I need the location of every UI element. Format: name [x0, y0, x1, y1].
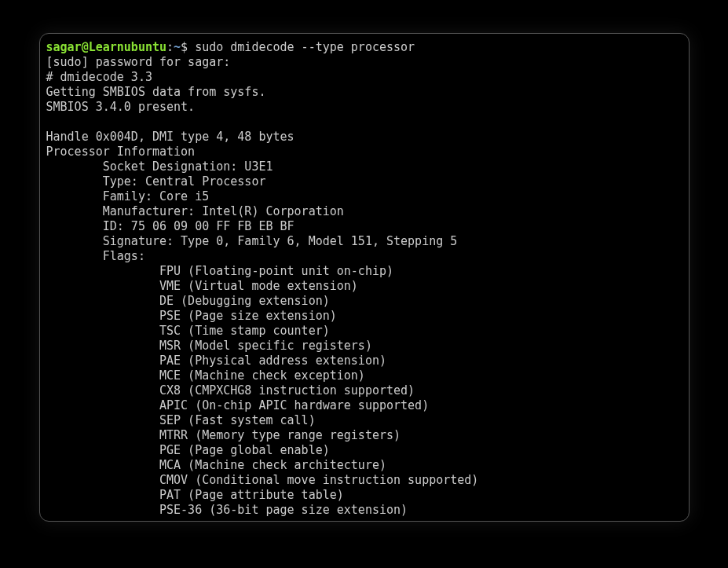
output-line-flag-pse: PSE (Page size extension) — [46, 309, 337, 323]
prompt-path: ~ — [174, 40, 181, 54]
output-line-signature: Signature: Type 0, Family 6, Model 151, … — [46, 234, 458, 248]
output-line-flag-mca: MCA (Machine check architecture) — [46, 458, 386, 472]
output-line-section-header: Processor Information — [46, 145, 196, 159]
output-line-sudo: [sudo] password for sagar: — [46, 55, 231, 69]
command-text: sudo dmidecode --type processor — [188, 40, 415, 54]
output-line-flag-vme: VME (Virtual mode extension) — [46, 279, 358, 293]
output-line-type: Type: Central Processor — [46, 174, 266, 189]
output-line-flag-pae: PAE (Physical address extension) — [46, 354, 386, 368]
output-line-flag-mtrr: MTRR (Memory type range registers) — [46, 428, 401, 442]
output-line-flag-apic: APIC (On-chip APIC hardware supported) — [46, 398, 430, 412]
output-line-flag-pat: PAT (Page attribute table) — [46, 488, 344, 502]
output-line-handle: Handle 0x004D, DMI type 4, 48 bytes — [46, 130, 294, 144]
output-line-flag-msr: MSR (Model specific registers) — [46, 339, 372, 353]
output-line-id: ID: 75 06 09 00 FF FB EB BF — [46, 219, 294, 233]
prompt-separator: : — [166, 40, 174, 54]
terminal-content[interactable]: sagar@Learnubuntu:~$ sudo dmidecode --ty… — [46, 40, 682, 518]
output-line-socket: Socket Designation: U3E1 — [46, 159, 273, 174]
prompt-symbol: $ — [181, 40, 188, 54]
output-line-smbios-source: Getting SMBIOS data from sysfs. — [46, 85, 266, 99]
output-line-manufacturer: Manufacturer: Intel(R) Corporation — [46, 204, 344, 218]
output-line-flag-fpu: FPU (Floating-point unit on-chip) — [46, 264, 394, 278]
output-line-flags-header: Flags: — [46, 249, 145, 263]
output-line-flag-mce: MCE (Machine check exception) — [46, 368, 365, 383]
output-line-flag-de: DE (Debugging extension) — [46, 294, 330, 308]
output-line-flag-tsc: TSC (Time stamp counter) — [46, 324, 330, 338]
prompt-user-host: sagar@Learnubuntu — [46, 40, 167, 54]
output-line-flag-pge: PGE (Page global enable) — [46, 443, 330, 457]
output-line-smbios-version: SMBIOS 3.4.0 present. — [46, 100, 196, 114]
terminal-window[interactable]: sagar@Learnubuntu:~$ sudo dmidecode --ty… — [39, 33, 690, 522]
output-line-version: # dmidecode 3.3 — [46, 70, 152, 84]
output-line-flag-pse36: PSE-36 (36-bit page size extension) — [46, 503, 408, 517]
output-line-flag-cmov: CMOV (Conditional move instruction suppo… — [46, 473, 479, 487]
output-line-flag-cx8: CX8 (CMPXCHG8 instruction supported) — [46, 383, 415, 398]
output-line-family: Family: Core i5 — [46, 189, 210, 203]
output-line-flag-sep: SEP (Fast system call) — [46, 413, 316, 427]
